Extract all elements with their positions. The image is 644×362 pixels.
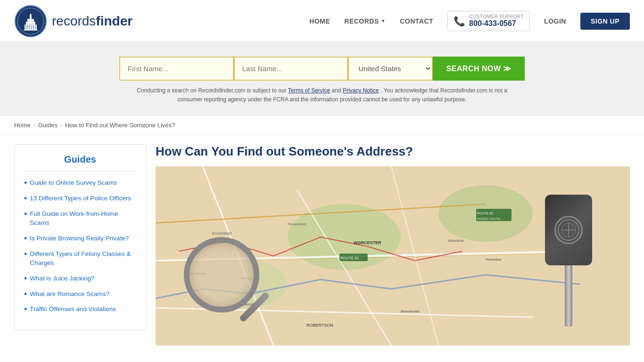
sidebar-list-item: Different Types of Felony Classes & Char… <box>24 250 136 268</box>
privacy-link[interactable]: Privacy Notice <box>343 87 379 94</box>
sidebar-link[interactable]: Guide to Online Survey Scams <box>30 179 117 188</box>
sidebar-link[interactable]: Traffic Offenses and Violations <box>30 305 116 314</box>
svg-text:Kroonstad: Kroonstad <box>212 231 231 236</box>
sidebar-list-item: Traffic Offenses and Violations <box>24 305 136 314</box>
search-button[interactable]: SEARCH NOW ≫ <box>433 57 525 81</box>
logo-bold: finder <box>96 14 132 28</box>
sidebar-link[interactable]: What are Romance Scams? <box>30 290 109 299</box>
sidebar: Guides Guide to Online Survey Scams13 Di… <box>14 144 146 330</box>
customer-support[interactable]: 📞 CUSTOMER SUPPORT 800-433-0567 <box>447 11 530 31</box>
svg-text:Heidelber: Heidelber <box>486 257 502 262</box>
svg-rect-9 <box>27 25 28 29</box>
main-nav: HOME RECORDS ▼ CONTACT 📞 CUSTOMER SUPPOR… <box>309 11 630 31</box>
breadcrumb-current: How to Find out Where Someone Lives? <box>65 122 175 129</box>
logo-area: recordsfinder <box>14 5 132 38</box>
nav-records[interactable]: RECORDS ▼ <box>344 17 386 25</box>
magnifier-glass <box>184 237 259 313</box>
nav-contact[interactable]: CONTACT <box>400 17 433 25</box>
svg-text:WORCESTER: WORCESTER <box>354 240 381 245</box>
support-number: 800-433-0567 <box>469 19 524 28</box>
key-fob <box>545 195 592 265</box>
login-button[interactable]: LOGIN <box>544 17 566 25</box>
svg-rect-10 <box>29 25 30 29</box>
sidebar-list-item: What is Juice Jacking? <box>24 274 136 283</box>
key-fob-logo <box>554 216 583 244</box>
article-image: Kroonstad Touwsrivier WORCESTER Matroosb… <box>156 166 630 346</box>
breadcrumb-home[interactable]: Home <box>14 122 31 129</box>
svg-text:(SCENIC ROUTE): (SCENIC ROUTE) <box>477 217 500 220</box>
tos-link[interactable]: Terms of Service <box>288 87 330 94</box>
svg-rect-12 <box>33 25 34 29</box>
article-area: How Can You Find out Someone's Address? <box>156 144 630 346</box>
svg-rect-11 <box>31 25 32 29</box>
sidebar-list-item: Is Private Browsing Really Private? <box>24 234 136 243</box>
sidebar-divider <box>24 171 136 171</box>
breadcrumb-guides[interactable]: Guides <box>38 122 58 129</box>
main-content: Guides Guide to Online Survey Scams13 Di… <box>0 135 644 355</box>
first-name-input[interactable] <box>119 57 234 81</box>
svg-text:Bonnievale: Bonnievale <box>401 309 420 313</box>
signup-button[interactable]: SIGN UP <box>580 13 630 30</box>
search-section: United StatesAlabamaAlaskaArizonaArkansa… <box>0 42 644 116</box>
sidebar-title: Guides <box>24 154 136 165</box>
svg-rect-8 <box>25 25 26 29</box>
sidebar-link[interactable]: Full Guide on Work-from-Home Scams <box>30 210 136 228</box>
map-background: Kroonstad Touwsrivier WORCESTER Matroosb… <box>156 166 630 346</box>
svg-text:Albertinia: Albertinia <box>448 239 464 243</box>
svg-text:ROBERTSON: ROBERTSON <box>306 323 333 328</box>
magnifying-glass <box>184 237 278 331</box>
sidebar-list: Guide to Online Survey Scams13 Different… <box>24 179 136 314</box>
article-title: How Can You Find out Someone's Address? <box>156 144 630 159</box>
state-select[interactable]: United StatesAlabamaAlaskaArizonaArkansa… <box>348 57 433 81</box>
svg-rect-13 <box>35 25 36 29</box>
logo-text[interactable]: recordsfinder <box>52 14 132 29</box>
sidebar-list-item: 13 Different Types of Police Officers <box>24 194 136 203</box>
breadcrumb: Home › Guides › How to Find out Where So… <box>0 116 644 135</box>
sidebar-link[interactable]: What is Juice Jacking? <box>30 274 94 283</box>
sidebar-link[interactable]: Is Private Browsing Really Private? <box>30 234 129 243</box>
key-blade <box>565 265 572 327</box>
search-row: United StatesAlabamaAlaskaArizonaArkansa… <box>119 57 525 81</box>
last-name-input[interactable] <box>234 57 348 81</box>
sidebar-list-item: Full Guide on Work-from-Home Scams <box>24 210 136 228</box>
car-key <box>536 195 602 327</box>
svg-text:ROUTE 62: ROUTE 62 <box>477 212 493 215</box>
logo-icon[interactable] <box>14 5 47 38</box>
support-label: CUSTOMER SUPPORT <box>469 14 524 19</box>
chevron-down-icon: ▼ <box>381 18 386 24</box>
breadcrumb-sep-1: › <box>33 122 35 129</box>
nav-home[interactable]: HOME <box>309 17 330 25</box>
sidebar-link[interactable]: 13 Different Types of Police Officers <box>30 194 131 203</box>
sidebar-list-item: What are Romance Scams? <box>24 290 136 299</box>
breadcrumb-sep-2: › <box>60 122 62 129</box>
sidebar-list-item: Guide to Online Survey Scams <box>24 179 136 188</box>
logo-light: records <box>52 14 96 28</box>
phone-icon: 📞 <box>454 16 465 27</box>
sidebar-link[interactable]: Different Types of Felony Classes & Char… <box>30 250 136 268</box>
svg-text:ROUTE 62: ROUTE 62 <box>340 256 359 260</box>
search-disclaimer: Conducting a search on Recordsfinder.com… <box>129 86 515 104</box>
svg-rect-5 <box>30 15 32 20</box>
svg-text:Touwsrivier: Touwsrivier <box>288 222 306 226</box>
